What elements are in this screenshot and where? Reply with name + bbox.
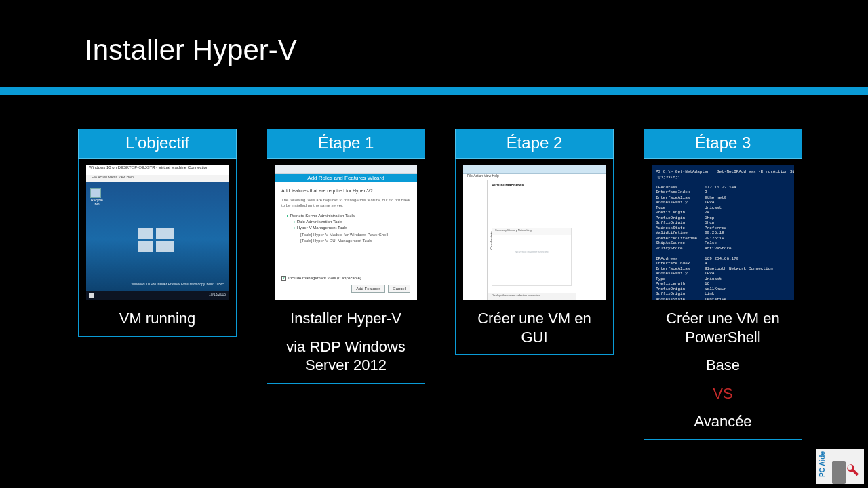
windows-logo-icon — [138, 228, 176, 255]
thumbnail-wizard: Add Roles and Features Wizard Add featur… — [275, 165, 417, 300]
card-caption: Créer une VM en PowerShell Base VS Avanc… — [652, 309, 793, 431]
hv-panel-placeholder: No virtual machine selected — [515, 249, 548, 253]
vm-titlebar-text: Windows 10 on DESKTOP-OEJGTR - Virtual M… — [89, 165, 208, 169]
wizard-lead: Add features that are required for Hyper… — [281, 188, 410, 195]
page-title: Installer Hyper-V — [85, 34, 297, 66]
recycle-bin-icon: Recycle Bin — [90, 188, 104, 203]
eval-watermark: Windows 10 Pro Insider Preview Evaluatio… — [132, 282, 224, 286]
thumbnail-vm-desktop: Windows 10 on DESKTOP-OEJGTR - Virtual M… — [86, 165, 229, 300]
card-etape-3: Étape 3 PS C:\> Get-NetAdapter | Get-Net… — [644, 129, 802, 440]
wizard-checkbox-row: Include management tools (if applicable) — [281, 276, 361, 281]
clock-text: 10/13/2015 — [209, 292, 226, 296]
card-caption: VM running — [119, 309, 196, 328]
wizard-subtext: The following tools are required to mana… — [281, 197, 410, 209]
wizard-tree: Remote Server Administration Tools Role … — [281, 213, 410, 244]
card-etape-1: Étape 1 Add Roles and Features Wizard Ad… — [267, 129, 425, 384]
hv-panel-tabs: Summary Memory Networking — [492, 228, 571, 235]
card-header: L'objectif — [78, 129, 237, 159]
hv-menubar: File Action View Help — [463, 174, 606, 180]
checkbox-icon — [281, 276, 286, 281]
thumbnail-hyperv-manager: Hyper-V Manager File Action View Help Vi… — [463, 165, 606, 300]
card-body: Add Roles and Features Wizard Add featur… — [267, 159, 425, 384]
card-body: Hyper-V Manager File Action View Help Vi… — [455, 159, 614, 355]
card-etape-2: Étape 2 Hyper-V Manager File Action View… — [455, 129, 614, 355]
card-caption: Créer une VM en GUI — [464, 309, 605, 346]
thumbnail-powershell: PS C:\> Get-NetAdapter | Get-NetIPAddres… — [652, 165, 794, 300]
cancel-button: Cancel — [388, 285, 410, 293]
wizard-banner: Add Roles and Features Wizard — [275, 174, 417, 182]
logo-text: PC Aide — [818, 451, 826, 477]
pc-tower-icon — [832, 461, 846, 484]
hv-actions-pane — [576, 180, 606, 300]
card-header: Étape 2 — [455, 129, 614, 159]
card-row: L'objectif Windows 10 on DESKTOP-OEJGTR … — [78, 129, 804, 440]
card-caption: Installer Hyper-V via RDP Windows Server… — [275, 309, 416, 375]
hv-tree-pane — [463, 180, 488, 300]
card-objectif: L'objectif Windows 10 on DESKTOP-OEJGTR … — [78, 129, 237, 337]
card-header: Étape 3 — [644, 129, 802, 159]
ps-terminal: PS C:\> Get-NetAdapter | Get-NetIPAddres… — [652, 165, 794, 300]
add-features-button: Add Features — [351, 285, 385, 293]
slide: Installer Hyper-V L'objectif Windows 10 … — [0, 0, 868, 488]
vm-menubar-text: File Action Media View Help — [92, 175, 134, 179]
start-button-icon — [89, 293, 94, 298]
wrench-icon — [845, 462, 860, 477]
card-body: PS C:\> Get-NetAdapter | Get-NetIPAddres… — [644, 159, 802, 440]
hv-vm-header: Virtual Machines — [488, 180, 576, 190]
card-header: Étape 1 — [267, 129, 425, 159]
hv-main-pane: Virtual Machines Checkpoints Summary Mem… — [488, 180, 576, 300]
card-body: Windows 10 on DESKTOP-OEJGTR - Virtual M… — [78, 159, 237, 337]
taskbar: 10/13/2015 — [86, 291, 229, 300]
hv-statusbar: Displays the current selection propertie… — [488, 293, 576, 300]
accent-divider — [0, 87, 868, 95]
pc-aide-logo: PC Aide — [816, 449, 864, 484]
